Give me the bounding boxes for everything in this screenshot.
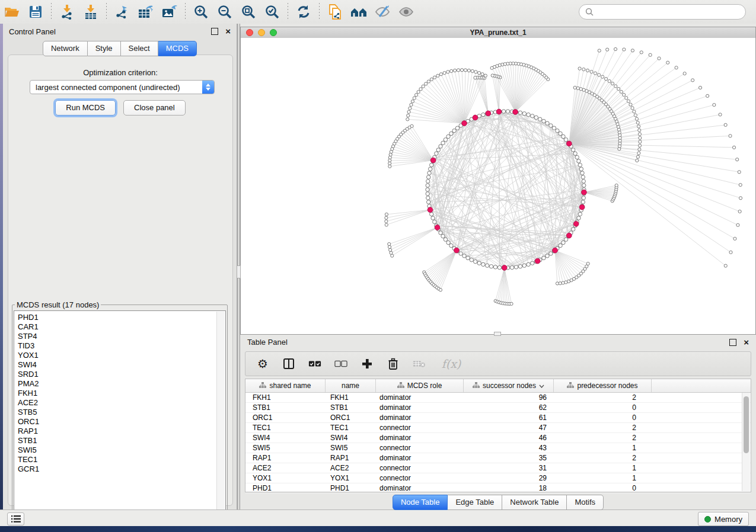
- mcds-result-item[interactable]: SWI4: [18, 360, 216, 370]
- close-table-panel-icon[interactable]: [744, 339, 749, 345]
- table-row[interactable]: ACE2ACE2connector311: [245, 463, 751, 473]
- refresh-button[interactable]: [293, 2, 314, 21]
- mcds-result-item[interactable]: GCR1: [18, 464, 216, 474]
- table-scrollbar-thumb[interactable]: [744, 396, 749, 453]
- mcds-node[interactable]: [473, 115, 478, 120]
- tab-network-table[interactable]: Network Table: [502, 495, 567, 510]
- mcds-node[interactable]: [435, 225, 440, 230]
- panel-splitter-handle[interactable]: [237, 265, 241, 278]
- export-image-button[interactable]: [159, 2, 180, 21]
- mcds-node[interactable]: [496, 109, 502, 114]
- zoom-selected-button[interactable]: [261, 2, 283, 21]
- network-window-titlebar[interactable]: YPA_prune.txt_1: [241, 27, 755, 39]
- copy-network-button[interactable]: [324, 2, 346, 21]
- mcds-result-item[interactable]: TEC1: [18, 455, 216, 464]
- table-row[interactable]: RAP1RAP1dominator352: [245, 453, 751, 463]
- run-mcds-button[interactable]: Run MCDS: [55, 100, 116, 116]
- table-scrollbar[interactable]: [742, 393, 750, 491]
- mcds-result-item[interactable]: ORC1: [18, 417, 216, 427]
- tab-edge-table[interactable]: Edge Table: [448, 495, 502, 510]
- table-row[interactable]: ORC1ORC1dominator610: [245, 413, 751, 423]
- column-header-predecessor-nodes[interactable]: predecessor nodes: [554, 379, 652, 392]
- mcds-result-list[interactable]: PHD1CAR1STP4TID3YOX1SWI4SRD1PMA2FKH1ACE2…: [14, 310, 226, 519]
- tab-node-table[interactable]: Node Table: [393, 495, 448, 510]
- import-table-button[interactable]: [80, 2, 101, 21]
- float-table-panel-icon[interactable]: [729, 339, 736, 346]
- mcds-result-item[interactable]: STB1: [18, 436, 216, 446]
- tab-motifs[interactable]: Motifs: [567, 495, 604, 510]
- mcds-node[interactable]: [502, 265, 507, 271]
- mcds-node[interactable]: [579, 204, 585, 210]
- mcds-node[interactable]: [566, 141, 572, 146]
- mcds-node[interactable]: [566, 233, 572, 238]
- open-file-button[interactable]: [1, 2, 23, 21]
- mcds-result-item[interactable]: CAR1: [18, 322, 216, 332]
- column-header-name[interactable]: name: [326, 379, 376, 392]
- show-all-button[interactable]: [395, 2, 417, 21]
- zoom-in-button[interactable]: [190, 2, 212, 21]
- mcds-node[interactable]: [428, 207, 433, 213]
- first-neighbors-button[interactable]: [348, 2, 369, 21]
- add-column-icon[interactable]: [361, 357, 374, 370]
- mcds-result-item[interactable]: FKH1: [18, 389, 216, 398]
- close-panel-button[interactable]: Close panel: [123, 100, 186, 116]
- mcds-node[interactable]: [582, 190, 587, 195]
- mcds-node[interactable]: [454, 248, 460, 253]
- column-header-shared-name[interactable]: shared name: [245, 379, 326, 392]
- deselect-all-icon[interactable]: [334, 357, 347, 370]
- zoom-out-button[interactable]: [214, 2, 235, 21]
- mcds-result-item[interactable]: YOX1: [18, 351, 216, 360]
- mcds-node[interactable]: [486, 111, 491, 116]
- column-header-successor-nodes[interactable]: successor nodes: [464, 379, 554, 392]
- mcds-node[interactable]: [553, 248, 558, 253]
- export-network-button[interactable]: [111, 2, 133, 21]
- mcds-result-item[interactable]: STB5: [18, 408, 216, 417]
- export-table-button[interactable]: [135, 2, 157, 21]
- hide-selected-button[interactable]: [372, 2, 393, 21]
- split-view-icon[interactable]: [282, 357, 295, 370]
- table-row[interactable]: FKH1FKH1dominator962: [245, 393, 751, 403]
- mcds-node[interactable]: [430, 158, 436, 163]
- mcds-result-item[interactable]: SWI5: [18, 446, 216, 455]
- mcds-result-item[interactable]: SRD1: [18, 370, 216, 379]
- memory-button[interactable]: Memory: [698, 512, 749, 526]
- mcds-node[interactable]: [513, 110, 518, 115]
- table-row[interactable]: PHD1PHD1dominator180: [245, 483, 751, 493]
- table-row[interactable]: YOX1YOX1connector291: [245, 473, 751, 483]
- network-graph[interactable]: [241, 38, 755, 334]
- mcds-result-item[interactable]: TID3: [18, 341, 216, 351]
- tab-network[interactable]: Network: [43, 41, 88, 56]
- mcds-result-item[interactable]: ACE2: [18, 398, 216, 408]
- optimization-criterion-dropdown[interactable]: largest connected component (undirected): [30, 80, 215, 94]
- delete-column-icon[interactable]: [387, 357, 400, 370]
- task-history-button[interactable]: [7, 512, 24, 525]
- tab-style[interactable]: Style: [88, 41, 121, 56]
- mcds-result-item[interactable]: STP4: [18, 332, 216, 341]
- mcds-node[interactable]: [573, 221, 579, 226]
- search-input[interactable]: [597, 7, 739, 17]
- import-network-button[interactable]: [56, 2, 78, 21]
- network-canvas[interactable]: [241, 38, 755, 334]
- tab-select[interactable]: Select: [121, 41, 158, 56]
- select-all-icon[interactable]: [308, 357, 321, 370]
- mcds-result-item[interactable]: RAP1: [18, 427, 216, 436]
- table-cell: ORC1: [326, 413, 376, 422]
- float-panel-icon[interactable]: [211, 28, 218, 35]
- mcds-node[interactable]: [462, 121, 467, 126]
- tab-mcds[interactable]: MCDS: [158, 41, 197, 56]
- mcds-result-item[interactable]: PHD1: [18, 313, 216, 322]
- table-row[interactable]: STB1STB1dominator620: [245, 403, 751, 413]
- table-row[interactable]: SWI4SWI4dominator462: [245, 433, 751, 443]
- close-panel-icon[interactable]: [225, 28, 231, 34]
- horizontal-splitter-handle[interactable]: [494, 332, 501, 336]
- mcds-result-item[interactable]: PMA2: [18, 379, 216, 389]
- zoom-fit-button[interactable]: [238, 2, 259, 21]
- table-row[interactable]: TEC1TEC1connector472: [245, 423, 751, 433]
- column-header-MCDS-role[interactable]: MCDS role: [376, 379, 464, 392]
- save-button[interactable]: [25, 2, 46, 21]
- list-scrollbar[interactable]: [216, 312, 225, 518]
- chevron-down-icon[interactable]: [539, 382, 544, 390]
- settings-gear-icon[interactable]: ⚙: [256, 357, 269, 370]
- mcds-node[interactable]: [535, 258, 540, 264]
- table-row[interactable]: SWI5SWI5connector431: [245, 443, 751, 453]
